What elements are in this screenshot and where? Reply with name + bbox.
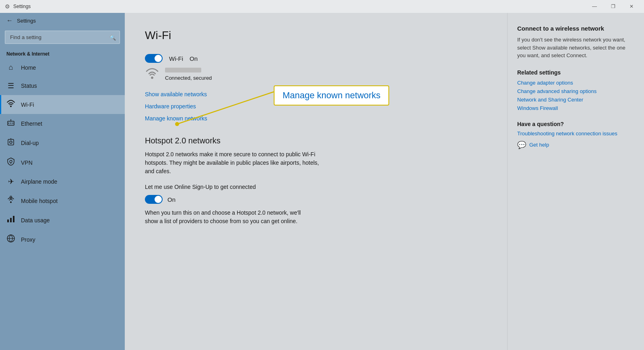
connect-desc: If you don't see the wireless network yo… bbox=[517, 36, 634, 60]
right-panel: Connect to a wireless network If you don… bbox=[507, 13, 644, 350]
search-input[interactable] bbox=[5, 31, 120, 44]
sidebar-section-label: Network & Internet bbox=[0, 48, 125, 58]
hotspot-toggle-row: On bbox=[145, 195, 487, 204]
wifi-signal-icon bbox=[145, 68, 159, 81]
related-link-firewall[interactable]: Windows Firewall bbox=[517, 105, 634, 111]
sidebar-item-label: Wi-Fi bbox=[21, 101, 34, 108]
wifi-toggle-state: On bbox=[190, 55, 198, 62]
wifi-toggle-row: Wi-Fi On bbox=[145, 54, 487, 63]
sidebar-item-home[interactable]: ⌂ Home bbox=[0, 58, 125, 77]
network-status-row: Connected, secured bbox=[145, 68, 487, 81]
status-icon: ☰ bbox=[6, 81, 15, 90]
svg-point-17 bbox=[175, 122, 179, 126]
sidebar-back-label: Settings bbox=[17, 18, 36, 24]
show-networks-link[interactable]: Show available networks bbox=[145, 91, 207, 97]
get-help-row[interactable]: 💬 Get help bbox=[517, 141, 634, 149]
main-content: Wi-Fi Wi-Fi On Connected, secured bbox=[125, 13, 507, 350]
vpn-icon bbox=[6, 157, 15, 168]
have-question-title: Have a question? bbox=[517, 121, 634, 127]
sidebar-item-label: Airplane mode bbox=[21, 178, 57, 185]
sidebar-item-label: Dial-up bbox=[21, 140, 39, 146]
titlebar-controls: — ❐ ✕ bbox=[585, 0, 641, 13]
wifi-toggle[interactable] bbox=[145, 54, 163, 63]
related-link-sharing-center[interactable]: Network and Sharing Center bbox=[517, 97, 634, 103]
sidebar-back-button[interactable]: ← Settings bbox=[0, 13, 125, 28]
minimize-button[interactable]: — bbox=[585, 0, 604, 13]
maximize-button[interactable]: ❐ bbox=[604, 0, 622, 13]
network-name-placeholder bbox=[165, 68, 201, 72]
wifi-toggle-label: Wi-Fi bbox=[169, 55, 183, 62]
sidebar-item-ethernet[interactable]: Ethernet bbox=[0, 114, 125, 133]
manage-networks-link[interactable]: Manage known networks bbox=[145, 115, 207, 122]
sidebar-item-wifi[interactable]: Wi-Fi bbox=[0, 95, 125, 114]
sidebar-item-label: Proxy bbox=[21, 236, 35, 243]
sidebar-item-label: Ethernet bbox=[21, 120, 42, 127]
svg-rect-5 bbox=[8, 139, 14, 145]
sidebar-item-vpn[interactable]: VPN bbox=[0, 153, 125, 172]
hardware-properties-link[interactable]: Hardware properties bbox=[145, 103, 196, 110]
sidebar-item-dialup[interactable]: Dial-up bbox=[0, 133, 125, 153]
sidebar-item-airplane[interactable]: ✈ Airplane mode bbox=[0, 172, 125, 191]
sidebar-item-label: VPN bbox=[21, 159, 33, 166]
network-status-text: Connected, secured bbox=[165, 75, 212, 81]
sidebar-item-datausage[interactable]: Data usage bbox=[0, 211, 125, 230]
page-title: Wi-Fi bbox=[145, 29, 487, 42]
sidebar-item-label: Mobile hotspot bbox=[21, 198, 58, 204]
svg-rect-13 bbox=[13, 216, 14, 222]
hotspot-signup-label: Let me use Online Sign-Up to get connect… bbox=[145, 184, 487, 190]
search-icon: 🔍 bbox=[109, 34, 116, 40]
svg-rect-11 bbox=[7, 220, 9, 222]
troubleshoot-link[interactable]: Troubleshooting network connection issue… bbox=[517, 130, 634, 137]
sidebar-item-label: Data usage bbox=[21, 217, 50, 224]
sidebar-search-container: 🔍 bbox=[5, 31, 120, 44]
hotspot-toggle-state: On bbox=[167, 196, 175, 203]
settings-icon: ⚙ bbox=[5, 3, 10, 10]
hotspot-toggle-thumb bbox=[155, 196, 162, 203]
titlebar-left: ⚙ Settings bbox=[5, 3, 31, 10]
home-icon: ⌂ bbox=[6, 63, 15, 72]
hotspot-toggle[interactable] bbox=[145, 195, 163, 204]
back-arrow-icon: ← bbox=[6, 17, 13, 24]
sidebar-item-proxy[interactable]: Proxy bbox=[0, 230, 125, 249]
related-settings-title: Related settings bbox=[517, 69, 634, 76]
hotspot-when-text: When you turn this on and choose a Hotsp… bbox=[145, 209, 314, 226]
datausage-icon bbox=[6, 215, 15, 225]
sidebar-item-hotspot[interactable]: Mobile hotspot bbox=[0, 191, 125, 211]
hotspot-title: Hotspot 2.0 networks bbox=[145, 136, 487, 145]
hotspot-desc: Hotspot 2.0 networks make it more secure… bbox=[145, 150, 322, 176]
connect-title: Connect to a wireless network bbox=[517, 25, 634, 32]
ethernet-icon bbox=[6, 119, 15, 128]
dialup-icon bbox=[6, 138, 15, 148]
toggle-thumb bbox=[155, 55, 162, 62]
sidebar-item-label: Status bbox=[21, 83, 37, 89]
airplane-icon: ✈ bbox=[6, 177, 15, 186]
get-help-link[interactable]: Get help bbox=[529, 142, 549, 148]
sidebar: ← Settings 🔍 Network & Internet ⌂ Home ☰… bbox=[0, 13, 125, 350]
wifi-icon bbox=[6, 100, 15, 109]
titlebar-title: Settings bbox=[13, 4, 31, 9]
proxy-icon bbox=[6, 234, 15, 244]
titlebar: ⚙ Settings — ❐ ✕ bbox=[0, 0, 644, 13]
callout-box: Manage known networks bbox=[274, 85, 389, 106]
app-body: ← Settings 🔍 Network & Internet ⌂ Home ☰… bbox=[0, 13, 644, 350]
related-link-sharing[interactable]: Change advanced sharing options bbox=[517, 88, 634, 94]
sidebar-item-status[interactable]: ☰ Status bbox=[0, 77, 125, 95]
mobile-hotspot-icon bbox=[6, 196, 15, 206]
network-info: Connected, secured bbox=[165, 68, 212, 81]
related-link-adapter[interactable]: Change adapter options bbox=[517, 80, 634, 86]
svg-point-8 bbox=[10, 160, 12, 163]
close-button[interactable]: ✕ bbox=[622, 0, 641, 13]
svg-rect-12 bbox=[10, 218, 12, 222]
get-help-icon: 💬 bbox=[517, 141, 526, 149]
svg-point-7 bbox=[10, 141, 12, 143]
sidebar-item-label: Home bbox=[21, 64, 36, 71]
